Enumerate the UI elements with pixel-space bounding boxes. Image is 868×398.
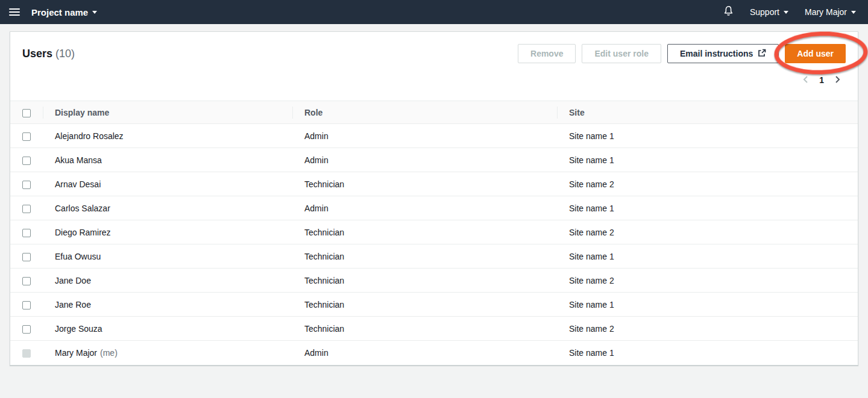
row-select-cell	[10, 148, 43, 172]
row-checkbox[interactable]	[22, 325, 31, 334]
user-display-name-cell: Diego Ramirez	[43, 220, 292, 244]
user-display-name-cell: Carlos Salazar	[43, 196, 292, 220]
bell-icon	[723, 5, 734, 19]
user-site-cell: Site name 1	[557, 244, 858, 269]
row-checkbox[interactable]	[22, 301, 31, 309]
user-display-name-cell: Jane Doe	[43, 269, 292, 293]
user-role-cell: Technician	[292, 172, 557, 196]
user-table-body: Alejandro Rosalez Admin Site name 1 Akua…	[10, 124, 858, 365]
user-display-name: Mary Major	[55, 348, 97, 358]
column-header-site: Site	[557, 101, 858, 124]
user-site-cell: Site name 2	[557, 172, 858, 196]
pagination-page-1[interactable]: 1	[814, 75, 829, 85]
user-site-cell: Site name 1	[557, 196, 858, 220]
users-panel-header: Users(10) Remove Edit user role Email in…	[10, 32, 858, 87]
users-table: Display name Role Site Alejandro Rosalez…	[10, 101, 858, 365]
row-checkbox	[22, 349, 31, 358]
row-checkbox[interactable]	[22, 205, 31, 213]
user-site-cell: Site name 1	[557, 124, 858, 148]
table-row: Akua Mansa Admin Site name 1	[10, 148, 858, 172]
page-title: Users(10)	[22, 44, 75, 61]
user-display-name-cell: Efua Owusu	[43, 244, 292, 269]
user-display-name: Jane Doe	[55, 276, 91, 285]
user-display-name-cell: Akua Mansa	[43, 148, 292, 172]
remove-button[interactable]: Remove	[518, 44, 576, 63]
chevron-down-icon	[851, 11, 856, 14]
user-display-name: Jorge Souza	[55, 324, 102, 334]
edit-user-role-button[interactable]: Edit user role	[582, 44, 661, 63]
user-role-cell: Technician	[292, 293, 557, 317]
user-site-cell: Site name 2	[557, 317, 858, 341]
email-instructions-label: Email instructions	[680, 49, 753, 58]
row-select-cell	[10, 220, 43, 244]
page-title-text: Users	[22, 48, 52, 60]
external-link-icon	[758, 49, 766, 59]
row-select-cell	[10, 244, 43, 269]
table-row: Diego Ramirez Technician Site name 2	[10, 220, 858, 244]
select-all-cell	[10, 101, 43, 124]
user-display-name: Jane Roe	[55, 300, 91, 309]
user-display-name: Akua Mansa	[55, 155, 102, 165]
pagination: 1	[797, 73, 846, 87]
support-menu[interactable]: Support	[750, 7, 788, 17]
hamburger-menu-icon[interactable]	[9, 8, 20, 16]
row-select-cell	[10, 341, 43, 365]
top-navigation: Project name Support Mary Major	[0, 0, 868, 24]
select-all-checkbox[interactable]	[22, 109, 31, 117]
user-role-cell: Technician	[292, 317, 557, 341]
row-checkbox[interactable]	[22, 157, 31, 165]
table-header-row: Display name Role Site	[10, 101, 858, 124]
user-menu-label: Mary Major	[805, 7, 847, 17]
row-select-cell	[10, 124, 43, 148]
table-row: Jane Roe Technician Site name 1	[10, 293, 858, 317]
users-count: (10)	[55, 48, 75, 60]
users-panel: Users(10) Remove Edit user role Email in…	[10, 31, 858, 365]
chevron-left-icon	[801, 75, 811, 86]
user-site-cell: Site name 1	[557, 148, 858, 172]
table-row: Alejandro Rosalez Admin Site name 1	[10, 124, 858, 148]
column-header-role: Role	[292, 101, 557, 124]
chevron-down-icon	[92, 11, 97, 14]
user-site-cell: Site name 1	[557, 293, 858, 317]
row-select-cell	[10, 317, 43, 341]
project-menu[interactable]: Project name	[31, 7, 97, 17]
user-role-cell: Technician	[292, 244, 557, 269]
user-display-name: Diego Ramirez	[55, 228, 111, 237]
pagination-next-button[interactable]	[829, 75, 846, 86]
row-select-cell	[10, 269, 43, 293]
user-display-name-cell: Jane Roe	[43, 293, 292, 317]
chevron-down-icon	[784, 11, 788, 14]
user-role-cell: Admin	[292, 196, 557, 220]
table-row: Mary Major(me) Admin Site name 1	[10, 341, 858, 365]
user-display-name: Arnav Desai	[55, 179, 101, 189]
table-row: Jane Doe Technician Site name 2	[10, 269, 858, 293]
row-checkbox[interactable]	[22, 229, 31, 237]
user-site-cell: Site name 2	[557, 269, 858, 293]
row-select-cell	[10, 196, 43, 220]
row-select-cell	[10, 293, 43, 317]
add-user-button[interactable]: Add user	[785, 44, 846, 63]
row-select-cell	[10, 172, 43, 196]
chevron-right-icon	[832, 75, 842, 86]
table-row: Carlos Salazar Admin Site name 1	[10, 196, 858, 220]
row-checkbox[interactable]	[22, 253, 31, 261]
pagination-prev-button[interactable]	[797, 75, 814, 86]
user-menu[interactable]: Mary Major	[805, 7, 856, 17]
user-role-cell: Admin	[292, 341, 557, 365]
user-role-cell: Admin	[292, 124, 557, 148]
row-checkbox[interactable]	[22, 277, 31, 285]
notifications-button[interactable]	[723, 5, 734, 19]
user-role-cell: Technician	[292, 220, 557, 244]
table-row: Jorge Souza Technician Site name 2	[10, 317, 858, 341]
table-row: Arnav Desai Technician Site name 2	[10, 172, 858, 196]
table-actions: Remove Edit user role Email instructions…	[518, 44, 846, 63]
row-checkbox[interactable]	[22, 132, 31, 141]
column-header-display-name: Display name	[43, 101, 292, 124]
table-row: Efua Owusu Technician Site name 1	[10, 244, 858, 269]
user-display-name: Carlos Salazar	[55, 204, 110, 213]
user-display-name: Efua Owusu	[55, 252, 101, 261]
user-site-cell: Site name 2	[557, 220, 858, 244]
row-checkbox[interactable]	[22, 181, 31, 189]
email-instructions-button[interactable]: Email instructions	[667, 44, 779, 63]
user-display-name-cell: Arnav Desai	[43, 172, 292, 196]
